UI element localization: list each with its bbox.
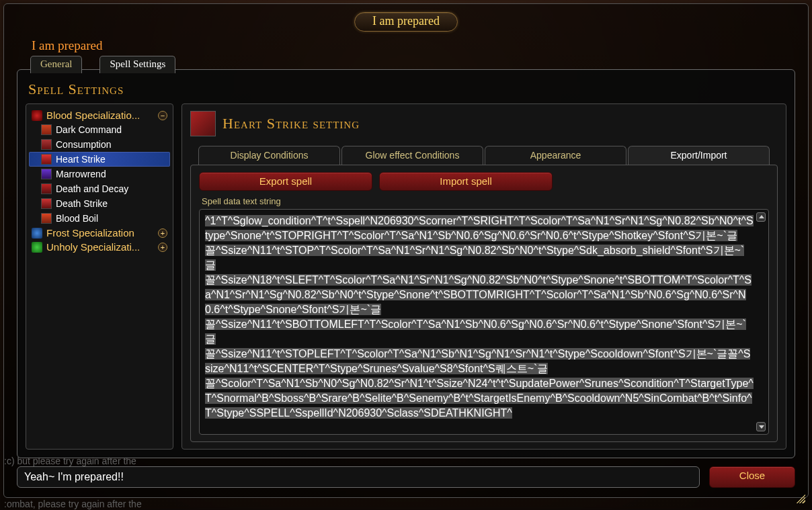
resize-handle[interactable] (796, 494, 805, 503)
spell-icon (41, 183, 52, 194)
spell-label: Marrowrend (56, 169, 106, 179)
spec-frost[interactable]: Frost Specialization + (29, 226, 170, 240)
spell-blood-boil[interactable]: Blood Boil (29, 211, 170, 226)
tab-glow-conditions[interactable]: Glow effect Conditions (341, 146, 483, 165)
scroll-down-button[interactable] (756, 422, 766, 431)
spell-string-label: Spell data text string (202, 196, 769, 206)
main-title: Heart Strike setting (222, 115, 360, 132)
spell-icon (41, 198, 52, 209)
spell-label: Consumption (56, 139, 112, 150)
spell-dark-command[interactable]: Dark Command (29, 122, 170, 137)
spell-string-text[interactable]: ^1^T^Sglow_condition^T^t^Sspell^N206930^… (205, 214, 754, 421)
spell-label: Dark Command (56, 124, 122, 135)
close-button[interactable]: Close (709, 466, 795, 488)
spell-icon (41, 213, 52, 224)
spec-blood[interactable]: Blood Specializatio... − (29, 108, 170, 122)
expand-icon[interactable]: + (158, 228, 167, 238)
frost-spec-icon (32, 228, 42, 239)
spell-icon (41, 154, 52, 165)
spell-icon (41, 139, 52, 150)
chat-input[interactable]: Yeah~ I'm prepared!! (17, 466, 700, 488)
collapse-icon[interactable]: − (158, 111, 167, 120)
spec-label: Frost Specialization (46, 227, 134, 239)
bg-chat-line: :ombat, please try again after the (4, 499, 142, 509)
scroll-up-button[interactable] (756, 212, 766, 222)
spell-death-strike[interactable]: Death Strike (29, 196, 170, 211)
tab-display-conditions[interactable]: Display Conditions (198, 146, 340, 165)
spell-marrowrend[interactable]: Marrowrend (29, 167, 170, 181)
spell-label: Death Strike (56, 198, 108, 209)
window-title: I am prepared (354, 12, 458, 32)
spell-heart-strike[interactable]: Heart Strike (29, 152, 170, 167)
spec-unholy[interactable]: Unholy Specializati... + (29, 240, 170, 254)
spell-label: Heart Strike (56, 154, 106, 165)
spec-label: Blood Specializatio... (46, 110, 140, 121)
unholy-spec-icon (32, 242, 42, 253)
spell-icon (41, 124, 52, 135)
spell-icon (41, 169, 52, 179)
tab-spell-settings[interactable]: Spell Settings (99, 56, 175, 73)
heart-strike-icon (190, 111, 216, 136)
expand-icon[interactable]: + (158, 243, 167, 252)
addon-title: I am prepared (32, 38, 103, 53)
spec-tree: Blood Specializatio... − Dark Command Co… (26, 103, 173, 450)
tab-export-import[interactable]: Export/Import (628, 146, 770, 165)
spec-label: Unholy Specializati... (46, 241, 140, 253)
spell-label: Blood Boil (56, 213, 98, 224)
panel-title: Spell Settings (28, 81, 786, 98)
spell-string-input[interactable]: ^1^T^Sglow_condition^T^t^Sspell^N206930^… (199, 209, 769, 435)
blood-spec-icon (32, 110, 42, 121)
import-spell-button[interactable]: Import spell (379, 172, 553, 191)
tab-general[interactable]: General (30, 56, 82, 73)
tab-appearance[interactable]: Appearance (485, 146, 626, 165)
export-spell-button[interactable]: Export spell (199, 172, 372, 191)
spell-death-and-decay[interactable]: Death and Decay (29, 181, 170, 196)
spell-label: Death and Decay (56, 183, 128, 194)
spell-consumption[interactable]: Consumption (29, 137, 170, 152)
